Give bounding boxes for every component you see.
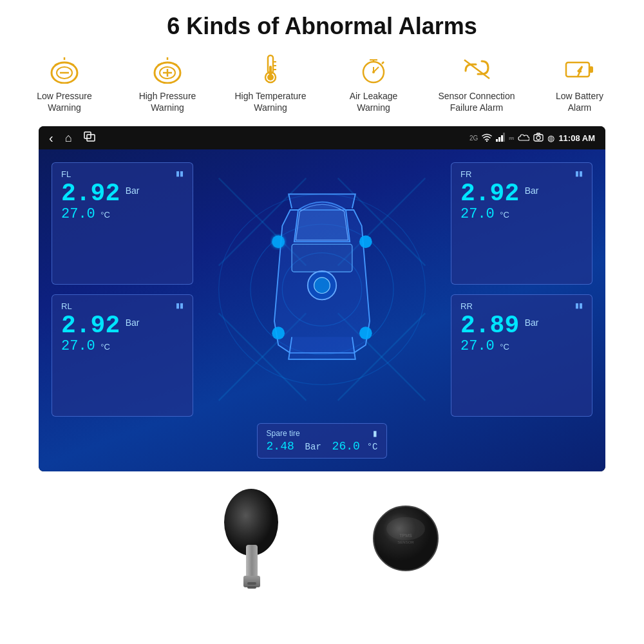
- car-center-display: [203, 162, 441, 417]
- spare-tire-label: Spare tire ▮: [267, 429, 378, 438]
- tire-rl-temp: 27.0 °C: [61, 338, 184, 354]
- svg-point-52: [272, 236, 285, 249]
- thermometer-icon: [254, 53, 287, 85]
- alarm-low-pressure-label: Low PressureWarning: [37, 90, 92, 113]
- svg-point-54: [272, 327, 285, 340]
- sensor-with-stem: [200, 487, 316, 590]
- alarm-low-battery-label: Low BatteryAlarm: [556, 90, 603, 113]
- svg-rect-24: [566, 62, 589, 77]
- svg-point-55: [359, 327, 372, 340]
- fl-battery-icon: ▮▮: [176, 169, 184, 179]
- spare-tire-card: Spare tire ▮ 2.48 Bar 26.0 °C: [257, 423, 388, 459]
- alarm-sensor-connection: Sensor ConnectionFailure Alarm: [428, 53, 525, 113]
- svg-rect-60: [247, 586, 256, 589]
- svg-line-19: [382, 62, 384, 64]
- bluetooth-icon: ⎓: [509, 133, 514, 143]
- time-display: 11:08 AM: [558, 133, 595, 143]
- svg-rect-49: [292, 244, 352, 272]
- svg-rect-33: [498, 137, 500, 142]
- alarm-low-pressure: Low PressureWarning: [16, 53, 113, 113]
- tire-rl-pressure: 2.92 Bar: [61, 314, 184, 338]
- tire-fl-label: FL ▮▮: [61, 169, 184, 179]
- alarm-air-leakage-label: Air LeakageWarning: [350, 90, 398, 113]
- alarms-row: Low PressureWarning High PressureWarning: [6, 53, 638, 113]
- tire-rr-card: RR ▮▮ 2.89 Bar 27.0 °C: [451, 294, 592, 417]
- location-icon: ◍: [547, 133, 554, 143]
- camera-icon: [533, 133, 544, 144]
- spare-tire-row: Spare tire ▮ 2.48 Bar 26.0 °C: [52, 423, 592, 459]
- back-button[interactable]: ‹: [49, 131, 53, 146]
- svg-rect-57: [246, 545, 258, 580]
- rl-battery-icon: ▮▮: [176, 301, 184, 311]
- alarm-high-temp-label: High TemperatureWarning: [234, 90, 306, 113]
- network-2g: 2G: [469, 135, 478, 142]
- battery-low-icon: [564, 53, 596, 85]
- multitask-button[interactable]: [84, 131, 95, 144]
- tpms-display: FL ▮▮ 2.92 Bar 27.0 °C: [39, 149, 605, 471]
- home-button[interactable]: ⌂: [65, 131, 72, 145]
- tire-fr-temp: 27.0 °C: [460, 206, 583, 222]
- svg-rect-58: [243, 576, 260, 587]
- sensor-cap: TPMS SENSOR: [367, 500, 444, 590]
- status-bar-left: ‹ ⌂: [49, 131, 95, 146]
- stopwatch-icon: [357, 53, 390, 85]
- svg-rect-34: [501, 135, 503, 142]
- tire-rr-pressure: 2.89 Bar: [460, 314, 583, 338]
- spare-tire-data: 2.48 Bar 26.0 °C: [267, 440, 378, 453]
- svg-point-51: [314, 278, 330, 294]
- tire-low-icon: [48, 53, 80, 85]
- tire-rr-label: RR ▮▮: [460, 301, 583, 311]
- svg-rect-35: [503, 133, 505, 142]
- bottom-section: TPMS SENSOR: [187, 480, 457, 603]
- main-container: 6 Kinds of Abnormal Alarms Low PressureW…: [0, 0, 644, 644]
- svg-rect-59: [247, 582, 256, 585]
- svg-point-12: [267, 74, 274, 80]
- svg-text:TPMS: TPMS: [399, 533, 412, 538]
- alarm-air-leakage: Air LeakageWarning: [325, 53, 422, 113]
- cloud-icon: [518, 133, 529, 144]
- alarm-high-pressure-label: High PressureWarning: [139, 90, 196, 113]
- spare-battery-icon: ▮: [373, 429, 377, 438]
- svg-point-22: [372, 71, 375, 73]
- fr-battery-icon: ▮▮: [575, 169, 583, 179]
- signal-icon: [496, 133, 505, 144]
- alarm-high-pressure: High PressureWarning: [119, 53, 216, 113]
- svg-rect-25: [589, 66, 593, 73]
- tire-fr-pressure: 2.92 Bar: [460, 182, 583, 206]
- tire-fl-pressure: 2.92 Bar: [61, 182, 184, 206]
- tire-fl-card: FL ▮▮ 2.92 Bar 27.0 °C: [52, 162, 193, 285]
- tire-fl-temp: 27.0 °C: [61, 206, 184, 222]
- alarm-low-battery: Low BatteryAlarm: [531, 53, 628, 113]
- alarm-sensor-connection-label: Sensor ConnectionFailure Alarm: [438, 90, 515, 113]
- unlink-icon: [459, 53, 495, 85]
- svg-point-31: [486, 140, 488, 142]
- svg-point-53: [359, 236, 372, 249]
- wifi-icon: [482, 133, 492, 144]
- page-title: 6 Kinds of Abnormal Alarms: [167, 13, 477, 40]
- tire-fr-label: FR ▮▮: [460, 169, 583, 179]
- rr-battery-icon: ▮▮: [575, 301, 583, 311]
- tire-grid: FL ▮▮ 2.92 Bar 27.0 °C: [52, 162, 592, 417]
- svg-text:SENSOR: SENSOR: [397, 540, 414, 544]
- tire-fr-card: FR ▮▮ 2.92 Bar 27.0 °C: [451, 162, 592, 285]
- svg-rect-32: [496, 139, 498, 142]
- tire-rr-temp: 27.0 °C: [460, 338, 583, 354]
- status-bar-right: 2G ⎓ ◍ 11:08 AM: [469, 133, 595, 144]
- tire-high-icon: [151, 53, 184, 85]
- svg-rect-29: [84, 132, 91, 138]
- status-bar: ‹ ⌂ 2G ⎓: [39, 126, 605, 149]
- svg-point-37: [536, 136, 540, 140]
- tire-rl-label: RL ▮▮: [61, 301, 184, 311]
- tire-rl-card: RL ▮▮ 2.92 Bar 27.0 °C: [52, 294, 193, 417]
- alarm-high-temp: High TemperatureWarning: [222, 53, 319, 113]
- tpms-screen-container: ‹ ⌂ 2G ⎓: [39, 126, 605, 471]
